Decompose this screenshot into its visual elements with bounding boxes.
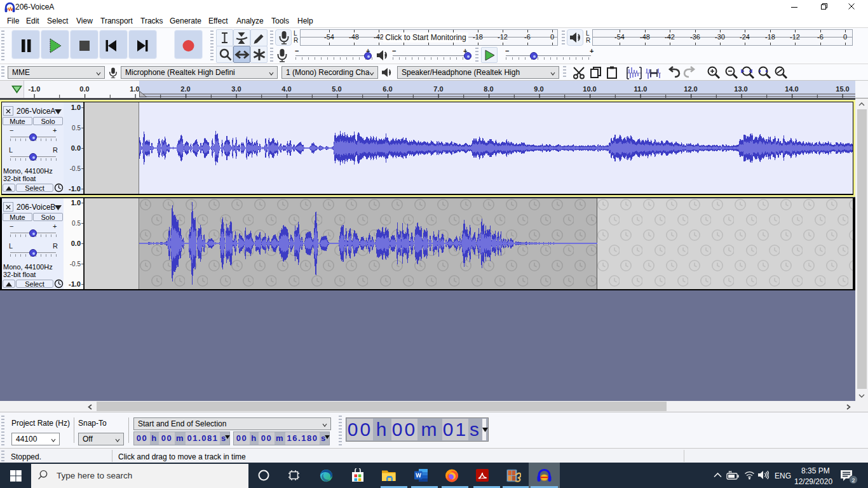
svg-text:2: 2 [851,477,855,484]
